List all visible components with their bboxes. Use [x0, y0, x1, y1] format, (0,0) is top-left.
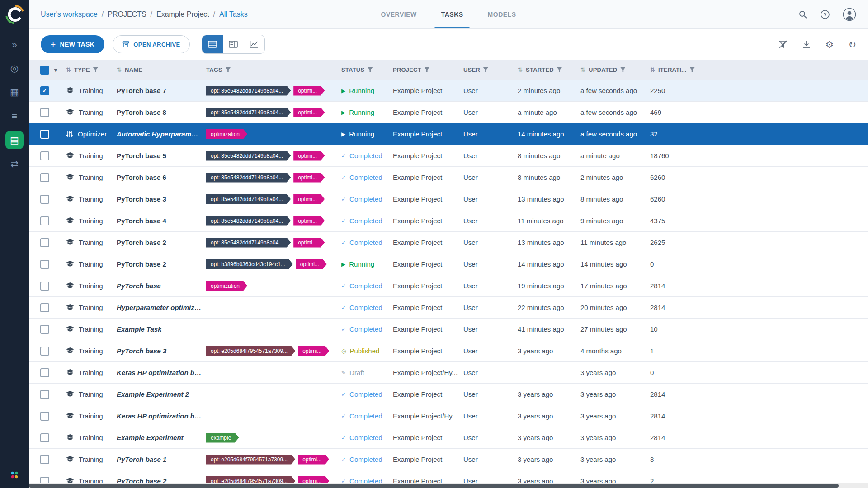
row-checkbox[interactable]	[40, 86, 49, 95]
task-name[interactable]: Keras HP optimization base	[117, 369, 206, 376]
task-name[interactable]: Keras HP optimization base	[117, 412, 206, 420]
help-icon[interactable]: ?	[820, 9, 830, 19]
task-name[interactable]: PyTorch base 6	[117, 174, 166, 181]
table-row[interactable]: Training Example Experiment 2 ✓ Complete…	[29, 384, 868, 405]
row-checkbox[interactable]	[40, 390, 49, 399]
table-row[interactable]: Training PyTorch base 3 opt: e205d684f79…	[29, 340, 868, 362]
task-name[interactable]: PyTorch base 1	[117, 455, 166, 463]
filter-icon[interactable]	[226, 67, 231, 72]
filter-icon[interactable]	[620, 67, 625, 72]
table-row[interactable]: Training PyTorch base 2 opt: e205d684f79…	[29, 470, 868, 483]
new-task-button[interactable]: + NEW TASK	[41, 35, 104, 53]
col-type[interactable]: TYPE	[74, 66, 90, 73]
breadcrumb-project[interactable]: Example Project	[156, 10, 209, 19]
col-tags[interactable]: TAGS	[206, 66, 222, 73]
task-name[interactable]: PyTorch base 2	[117, 239, 166, 246]
table-row[interactable]: Training PyTorch base 7 opt: 85e5482ddd7…	[29, 80, 868, 102]
row-checkbox[interactable]	[40, 173, 49, 182]
sort-icon[interactable]: ⇅	[518, 66, 523, 73]
task-name[interactable]: PyTorch base 3	[117, 347, 166, 355]
task-name[interactable]: PyTorch base 2	[117, 477, 166, 483]
task-name[interactable]: Hyperparameter optimizati...	[117, 304, 206, 311]
filter-off-icon[interactable]	[778, 40, 788, 49]
tab-overview[interactable]: OVERVIEW	[370, 0, 427, 28]
row-checkbox[interactable]	[40, 347, 49, 356]
open-archive-button[interactable]: OPEN ARCHIVE	[113, 35, 189, 53]
row-checkbox[interactable]	[40, 130, 49, 139]
row-checkbox[interactable]	[40, 477, 49, 484]
filter-icon[interactable]	[483, 67, 488, 72]
task-name[interactable]: PyTorch base 7	[117, 87, 166, 94]
breadcrumb-projects[interactable]: PROJECTS	[108, 10, 146, 19]
sort-icon[interactable]: ⇅	[117, 66, 122, 73]
task-name[interactable]: PyTorch base	[117, 282, 161, 290]
row-checkbox[interactable]	[40, 282, 49, 291]
filter-icon[interactable]	[690, 67, 695, 72]
projects-icon[interactable]: ◎	[5, 59, 24, 77]
row-checkbox[interactable]	[40, 455, 49, 464]
select-all-checkbox[interactable]	[40, 66, 49, 75]
table-row[interactable]: Training PyTorch base 8 opt: 85e5482ddd7…	[29, 102, 868, 123]
col-updated[interactable]: UPDATED	[589, 66, 617, 73]
row-checkbox[interactable]	[40, 195, 49, 204]
chart-view-icon[interactable]	[244, 35, 264, 53]
breadcrumb-all-tasks[interactable]: All Tasks	[219, 10, 248, 19]
filter-icon[interactable]	[425, 67, 429, 72]
task-name[interactable]: PyTorch base 2	[117, 260, 166, 268]
task-name[interactable]: Example Experiment	[117, 434, 184, 441]
filter-icon[interactable]	[557, 67, 562, 72]
applications-icon[interactable]: ▤	[5, 131, 24, 149]
table-row[interactable]: Training Hyperparameter optimizati... ✓ …	[29, 297, 868, 319]
table-row[interactable]: Training PyTorch base 6 opt: 85e5482ddd7…	[29, 167, 868, 188]
col-project[interactable]: PROJECT	[393, 66, 421, 73]
launch-icon[interactable]: »	[5, 35, 24, 53]
tab-models[interactable]: MODELS	[477, 0, 527, 28]
table-row[interactable]: Training PyTorch base optimization ✓ Com…	[29, 275, 868, 297]
scrollbar-thumb[interactable]	[29, 484, 839, 488]
row-checkbox[interactable]	[40, 303, 49, 312]
table-row[interactable]: Optimizer Automatic Hyperparamete... opt…	[29, 123, 868, 145]
row-checkbox[interactable]	[40, 216, 49, 225]
slack-icon[interactable]	[9, 470, 19, 482]
table-row[interactable]: Training PyTorch base 2 opt: b3896b0363c…	[29, 253, 868, 275]
filter-icon[interactable]	[93, 67, 98, 72]
row-checkbox[interactable]	[40, 368, 49, 377]
col-user[interactable]: USER	[463, 66, 480, 73]
task-name[interactable]: PyTorch base 8	[117, 108, 166, 116]
table-view-icon[interactable]	[202, 35, 223, 53]
task-name[interactable]: Automatic Hyperparamete...	[117, 130, 206, 138]
col-iterations[interactable]: ITERATI...	[658, 66, 686, 73]
datasets-icon[interactable]: ▦	[5, 83, 24, 101]
row-checkbox[interactable]	[40, 108, 49, 117]
select-dropdown-caret[interactable]: ▾	[54, 67, 57, 73]
table-row[interactable]: Training Example Task ✓ Completed Exampl…	[29, 319, 868, 340]
split-view-icon[interactable]	[223, 35, 244, 53]
task-name[interactable]: PyTorch base 5	[117, 152, 166, 160]
table-row[interactable]: Training Keras HP optimization base ✓ Co…	[29, 405, 868, 427]
table-row[interactable]: Training PyTorch base 5 opt: 85e5482ddd7…	[29, 145, 868, 167]
refresh-icon[interactable]: ↻	[848, 40, 856, 49]
breadcrumb-workspace[interactable]: User's workspace	[41, 10, 98, 19]
clearml-logo[interactable]	[5, 5, 24, 24]
task-name[interactable]: PyTorch base 3	[117, 195, 166, 203]
table-row[interactable]: Training Example Experiment example ✓ Co…	[29, 427, 868, 449]
tab-tasks[interactable]: TASKS	[430, 0, 474, 28]
table-row[interactable]: Training PyTorch base 2 opt: 85e5482ddd7…	[29, 232, 868, 253]
pipelines-icon[interactable]: ≡	[5, 107, 24, 125]
download-icon[interactable]	[802, 40, 811, 49]
task-name[interactable]: PyTorch base 4	[117, 217, 166, 225]
orchestration-icon[interactable]: ⇄	[5, 155, 24, 173]
sort-icon[interactable]: ⇅	[650, 66, 655, 73]
settings-icon[interactable]: ⚙	[826, 40, 834, 49]
horizontal-scrollbar[interactable]	[29, 483, 868, 488]
filter-icon[interactable]	[368, 67, 373, 72]
col-started[interactable]: STARTED	[526, 66, 554, 73]
search-icon[interactable]	[798, 10, 807, 19]
table-row[interactable]: Training Keras HP optimization base ✎ Dr…	[29, 362, 868, 384]
table-row[interactable]: Training PyTorch base 3 opt: 85e5482ddd7…	[29, 188, 868, 210]
col-status[interactable]: STATUS	[341, 66, 364, 73]
avatar[interactable]	[843, 8, 856, 21]
col-name[interactable]: NAME	[125, 66, 142, 73]
row-checkbox[interactable]	[40, 151, 49, 160]
sort-icon[interactable]: ⇅	[66, 66, 71, 73]
